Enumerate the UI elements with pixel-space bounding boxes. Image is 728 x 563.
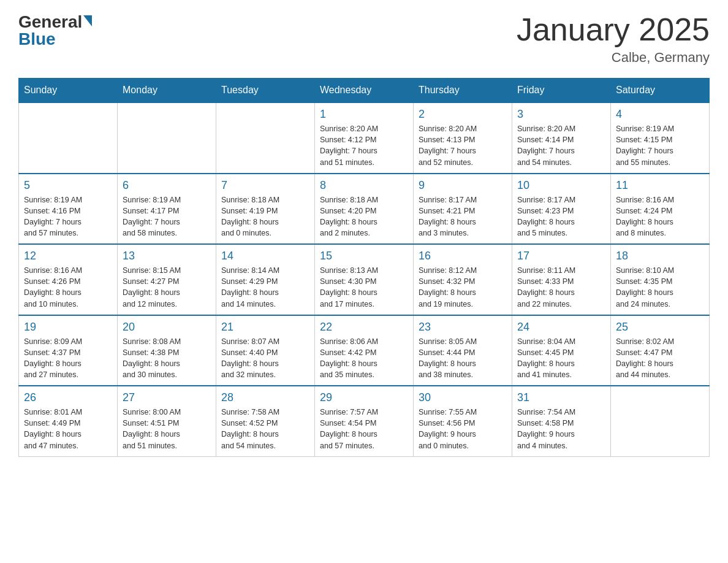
calendar-cell: 25Sunrise: 8:02 AMSunset: 4:47 PMDayligh… xyxy=(611,315,710,386)
calendar-week-4: 19Sunrise: 8:09 AMSunset: 4:37 PMDayligh… xyxy=(19,315,710,386)
calendar-cell: 28Sunrise: 7:58 AMSunset: 4:52 PMDayligh… xyxy=(216,386,315,456)
calendar-cell: 21Sunrise: 8:07 AMSunset: 4:40 PMDayligh… xyxy=(216,315,315,386)
calendar-cell: 8Sunrise: 8:18 AMSunset: 4:20 PMDaylight… xyxy=(315,174,414,245)
day-number: 12 xyxy=(24,250,112,262)
day-number: 29 xyxy=(320,391,408,404)
day-number: 10 xyxy=(517,179,605,192)
day-number: 13 xyxy=(123,250,211,262)
day-info: Sunrise: 7:55 AMSunset: 4:56 PMDaylight:… xyxy=(419,407,507,451)
day-info: Sunrise: 8:11 AMSunset: 4:33 PMDaylight:… xyxy=(517,265,605,310)
day-info: Sunrise: 8:19 AMSunset: 4:16 PMDaylight:… xyxy=(24,194,112,239)
day-number: 11 xyxy=(616,179,704,192)
calendar-cell: 3Sunrise: 8:20 AMSunset: 4:14 PMDaylight… xyxy=(512,102,611,174)
day-info: Sunrise: 8:09 AMSunset: 4:37 PMDaylight:… xyxy=(24,336,112,381)
column-header-tuesday: Tuesday xyxy=(216,79,315,103)
day-info: Sunrise: 8:18 AMSunset: 4:19 PMDaylight:… xyxy=(221,194,309,239)
day-info: Sunrise: 8:06 AMSunset: 4:42 PMDaylight:… xyxy=(320,336,408,381)
title-section: January 2025 Calbe, Germany xyxy=(517,12,710,66)
day-number: 1 xyxy=(320,108,408,121)
calendar-cell: 14Sunrise: 8:14 AMSunset: 4:29 PMDayligh… xyxy=(216,244,315,315)
day-info: Sunrise: 8:20 AMSunset: 4:14 PMDaylight:… xyxy=(517,123,605,168)
day-info: Sunrise: 8:15 AMSunset: 4:27 PMDaylight:… xyxy=(123,265,211,310)
day-info: Sunrise: 8:08 AMSunset: 4:38 PMDaylight:… xyxy=(123,336,211,381)
calendar-week-5: 26Sunrise: 8:01 AMSunset: 4:49 PMDayligh… xyxy=(19,386,710,456)
column-header-saturday: Saturday xyxy=(611,79,710,103)
subtitle: Calbe, Germany xyxy=(517,50,710,66)
day-number: 17 xyxy=(517,250,605,262)
day-info: Sunrise: 8:13 AMSunset: 4:30 PMDaylight:… xyxy=(320,265,408,310)
day-info: Sunrise: 8:20 AMSunset: 4:13 PMDaylight:… xyxy=(419,123,507,168)
day-number: 4 xyxy=(616,108,704,121)
calendar-cell: 4Sunrise: 8:19 AMSunset: 4:15 PMDaylight… xyxy=(611,102,710,174)
day-info: Sunrise: 8:02 AMSunset: 4:47 PMDaylight:… xyxy=(616,336,704,381)
day-info: Sunrise: 8:14 AMSunset: 4:29 PMDaylight:… xyxy=(221,265,309,310)
calendar-cell xyxy=(118,102,216,174)
calendar-cell: 10Sunrise: 8:17 AMSunset: 4:23 PMDayligh… xyxy=(512,174,611,245)
calendar-header-row: SundayMondayTuesdayWednesdayThursdayFrid… xyxy=(19,79,710,103)
day-number: 15 xyxy=(320,250,408,262)
day-number: 19 xyxy=(24,321,112,334)
day-number: 16 xyxy=(419,250,507,262)
calendar-table: SundayMondayTuesdayWednesdayThursdayFrid… xyxy=(18,78,710,457)
page-header: General Blue January 2025 Calbe, Germany xyxy=(18,12,710,66)
calendar-cell: 24Sunrise: 8:04 AMSunset: 4:45 PMDayligh… xyxy=(512,315,611,386)
calendar-cell: 9Sunrise: 8:17 AMSunset: 4:21 PMDaylight… xyxy=(414,174,512,245)
logo-arrow-icon xyxy=(83,15,92,26)
day-number: 18 xyxy=(616,250,704,262)
day-number: 27 xyxy=(123,391,211,404)
calendar-cell: 26Sunrise: 8:01 AMSunset: 4:49 PMDayligh… xyxy=(19,386,118,456)
day-info: Sunrise: 8:10 AMSunset: 4:35 PMDaylight:… xyxy=(616,265,704,310)
calendar-cell xyxy=(216,102,315,174)
calendar-cell: 1Sunrise: 8:20 AMSunset: 4:12 PMDaylight… xyxy=(315,102,414,174)
day-number: 9 xyxy=(419,179,507,192)
calendar-week-3: 12Sunrise: 8:16 AMSunset: 4:26 PMDayligh… xyxy=(19,244,710,315)
day-number: 5 xyxy=(24,179,112,192)
calendar-week-1: 1Sunrise: 8:20 AMSunset: 4:12 PMDaylight… xyxy=(19,102,710,174)
day-number: 23 xyxy=(419,321,507,334)
column-header-friday: Friday xyxy=(512,79,611,103)
calendar-cell: 7Sunrise: 8:18 AMSunset: 4:19 PMDaylight… xyxy=(216,174,315,245)
calendar-cell: 11Sunrise: 8:16 AMSunset: 4:24 PMDayligh… xyxy=(611,174,710,245)
day-number: 7 xyxy=(221,179,309,192)
day-number: 26 xyxy=(24,391,112,404)
day-number: 22 xyxy=(320,321,408,334)
calendar-cell: 27Sunrise: 8:00 AMSunset: 4:51 PMDayligh… xyxy=(118,386,216,456)
day-number: 30 xyxy=(419,391,507,404)
day-info: Sunrise: 7:58 AMSunset: 4:52 PMDaylight:… xyxy=(221,407,309,451)
day-number: 24 xyxy=(517,321,605,334)
calendar-cell: 15Sunrise: 8:13 AMSunset: 4:30 PMDayligh… xyxy=(315,244,414,315)
day-number: 21 xyxy=(221,321,309,334)
day-info: Sunrise: 8:07 AMSunset: 4:40 PMDaylight:… xyxy=(221,336,309,381)
column-header-wednesday: Wednesday xyxy=(315,79,414,103)
column-header-sunday: Sunday xyxy=(19,79,118,103)
day-info: Sunrise: 8:01 AMSunset: 4:49 PMDaylight:… xyxy=(24,407,112,451)
calendar-cell: 20Sunrise: 8:08 AMSunset: 4:38 PMDayligh… xyxy=(118,315,216,386)
calendar-cell: 6Sunrise: 8:19 AMSunset: 4:17 PMDaylight… xyxy=(118,174,216,245)
day-info: Sunrise: 8:19 AMSunset: 4:17 PMDaylight:… xyxy=(123,194,211,239)
calendar-cell: 22Sunrise: 8:06 AMSunset: 4:42 PMDayligh… xyxy=(315,315,414,386)
calendar-cell: 30Sunrise: 7:55 AMSunset: 4:56 PMDayligh… xyxy=(414,386,512,456)
column-header-monday: Monday xyxy=(118,79,216,103)
day-info: Sunrise: 8:04 AMSunset: 4:45 PMDaylight:… xyxy=(517,336,605,381)
day-info: Sunrise: 8:16 AMSunset: 4:24 PMDaylight:… xyxy=(616,194,704,239)
calendar-cell xyxy=(19,102,118,174)
day-info: Sunrise: 8:12 AMSunset: 4:32 PMDaylight:… xyxy=(419,265,507,310)
day-info: Sunrise: 8:17 AMSunset: 4:21 PMDaylight:… xyxy=(419,194,507,239)
day-number: 6 xyxy=(123,179,211,192)
day-number: 2 xyxy=(419,108,507,121)
calendar-cell: 2Sunrise: 8:20 AMSunset: 4:13 PMDaylight… xyxy=(414,102,512,174)
calendar-week-2: 5Sunrise: 8:19 AMSunset: 4:16 PMDaylight… xyxy=(19,174,710,245)
day-number: 3 xyxy=(517,108,605,121)
day-info: Sunrise: 8:00 AMSunset: 4:51 PMDaylight:… xyxy=(123,407,211,451)
day-number: 14 xyxy=(221,250,309,262)
logo: General Blue xyxy=(18,12,92,49)
page-title: January 2025 xyxy=(517,12,710,47)
calendar-cell: 23Sunrise: 8:05 AMSunset: 4:44 PMDayligh… xyxy=(414,315,512,386)
calendar-cell: 29Sunrise: 7:57 AMSunset: 4:54 PMDayligh… xyxy=(315,386,414,456)
calendar-cell: 5Sunrise: 8:19 AMSunset: 4:16 PMDaylight… xyxy=(19,174,118,245)
day-info: Sunrise: 8:16 AMSunset: 4:26 PMDaylight:… xyxy=(24,265,112,310)
day-number: 31 xyxy=(517,391,605,404)
calendar-cell: 13Sunrise: 8:15 AMSunset: 4:27 PMDayligh… xyxy=(118,244,216,315)
day-number: 28 xyxy=(221,391,309,404)
logo-blue-text: Blue xyxy=(18,29,56,49)
